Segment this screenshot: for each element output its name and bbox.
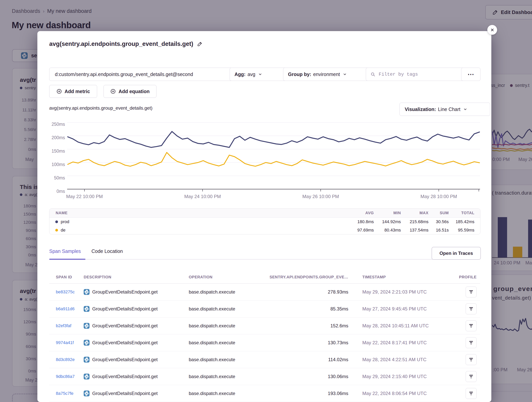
python-icon xyxy=(84,306,89,312)
span-id-link[interactable]: 8d3c892e xyxy=(56,357,75,362)
chevron-down-icon xyxy=(258,72,262,76)
profile-button[interactable] xyxy=(466,371,476,382)
main-line-chart: May 22 10:00 PMMay 24 10:00 PMMay 26 10:… xyxy=(67,122,480,200)
profile-button[interactable] xyxy=(466,388,476,399)
groupby-dropdown[interactable]: Group by: environment xyxy=(283,68,372,81)
profile-icon xyxy=(468,306,474,312)
tab-divider xyxy=(49,259,436,260)
close-modal-button[interactable] xyxy=(487,25,497,35)
tick-label: 200ms xyxy=(41,135,65,140)
tab-code-location[interactable]: Code Location xyxy=(91,248,123,254)
tag-filter-input[interactable] xyxy=(378,72,449,77)
plus-circle-icon xyxy=(110,89,116,94)
svg-text:May 24 10:00 PM: May 24 10:00 PM xyxy=(184,194,221,199)
python-icon xyxy=(84,289,89,295)
profile-button[interactable] xyxy=(466,354,476,365)
table-row: 8d3c892e GroupEventDetailsEndpoint.get b… xyxy=(49,351,480,368)
profile-icon xyxy=(468,323,474,328)
tick-label: 150ms xyxy=(41,148,65,154)
python-icon xyxy=(84,340,89,346)
metric-select-field[interactable]: d:custom/sentry.api.endpoints.group_even… xyxy=(49,68,238,81)
table-row: be83275c GroupEventDetailsEndpoint.get b… xyxy=(49,284,480,301)
python-icon xyxy=(84,323,89,329)
span-id-link[interactable]: be83275c xyxy=(56,290,75,294)
profile-button[interactable] xyxy=(466,286,476,297)
more-options-button[interactable]: ⋯ xyxy=(461,68,481,81)
python-icon xyxy=(84,357,89,363)
tick-label: 0ms xyxy=(41,189,65,194)
chevron-down-icon xyxy=(343,72,347,76)
main-chart-y-axis: 250ms200ms150ms100ms50ms0ms xyxy=(41,122,65,194)
tick-label: 250ms xyxy=(41,122,65,127)
chevron-down-icon xyxy=(463,107,467,111)
metric-details-modal: avg(sentry.api.endpoints.group_event_det… xyxy=(37,31,491,402)
series-summary-table: NAME AVG MIN MAX SUM TOTAL prod 180.8ms … xyxy=(49,208,481,235)
table-row: b6a911d6 GroupEventDetailsEndpoint.get b… xyxy=(49,301,480,317)
span-id-link[interactable]: 9dbc86a7 xyxy=(56,374,75,379)
series-color-dot xyxy=(55,229,58,232)
search-icon xyxy=(370,72,376,77)
svg-text:May 26 10:00 PM: May 26 10:00 PM xyxy=(302,194,339,199)
table-row: b2ef3faf GroupEventDetailsEndpoint.get b… xyxy=(49,317,480,334)
profile-button[interactable] xyxy=(466,320,476,331)
python-icon xyxy=(84,390,89,396)
svg-text:May 22 10:00 PM: May 22 10:00 PM xyxy=(66,194,103,199)
table-row: 9974a41f GroupEventDetailsEndpoint.get b… xyxy=(49,334,480,351)
add-metric-button[interactable]: Add metric xyxy=(49,85,97,98)
tick-label: 100ms xyxy=(41,162,65,167)
open-in-traces-button[interactable]: Open in Traces xyxy=(432,247,481,260)
close-icon xyxy=(490,27,495,32)
profile-icon xyxy=(468,289,474,295)
tag-filter-field[interactable] xyxy=(366,68,467,81)
add-equation-button[interactable]: Add equation xyxy=(103,85,156,98)
summary-row-prod: prod 180.8ms 144.92ms 215.68ms 30.56s 18… xyxy=(50,217,480,226)
ellipsis-icon: ⋯ xyxy=(468,70,474,78)
modal-title: avg(sentry.api.endpoints.group_event_det… xyxy=(49,40,203,47)
plus-circle-icon xyxy=(57,89,62,94)
span-id-link[interactable]: 8a75c7fe xyxy=(56,391,74,396)
profile-button[interactable] xyxy=(466,303,476,314)
profile-icon xyxy=(468,391,474,396)
profile-button[interactable] xyxy=(466,337,476,348)
profile-icon xyxy=(468,340,474,346)
chart-section-label: avg(sentry.api.endpoints.group_event_det… xyxy=(49,105,152,111)
svg-text:May 28 10:00 PM: May 28 10:00 PM xyxy=(420,194,457,199)
profile-icon xyxy=(468,357,474,362)
span-id-link[interactable]: 9974a41f xyxy=(56,340,74,345)
tab-span-samples[interactable]: Span Samples xyxy=(49,248,81,254)
tick-label: 50ms xyxy=(41,175,65,181)
visualization-dropdown[interactable]: Visualization: Line Chart xyxy=(399,103,490,116)
span-samples-table: SPAN ID DESCRIPTION OPERATION SENTRY.API… xyxy=(49,271,480,402)
summary-row-de: de 97.69ms 80.43ms 137.54ms 16.51s 95.59… xyxy=(50,226,480,234)
active-tab-underline xyxy=(49,259,85,260)
series-color-dot xyxy=(55,220,58,223)
python-icon xyxy=(84,374,89,379)
table-row: 8a75c7fe GroupEventDetailsEndpoint.get b… xyxy=(49,385,480,402)
aggregation-dropdown[interactable]: Agg: avg xyxy=(230,68,290,81)
profile-icon xyxy=(468,374,474,379)
table-header-row: SPAN ID DESCRIPTION OPERATION SENTRY.API… xyxy=(49,271,480,284)
span-id-link[interactable]: b2ef3faf xyxy=(56,323,71,328)
table-row: 9dbc86a7 GroupEventDetailsEndpoint.get b… xyxy=(49,368,480,385)
span-id-link[interactable]: b6a911d6 xyxy=(56,306,75,311)
edit-title-icon[interactable] xyxy=(197,41,203,47)
